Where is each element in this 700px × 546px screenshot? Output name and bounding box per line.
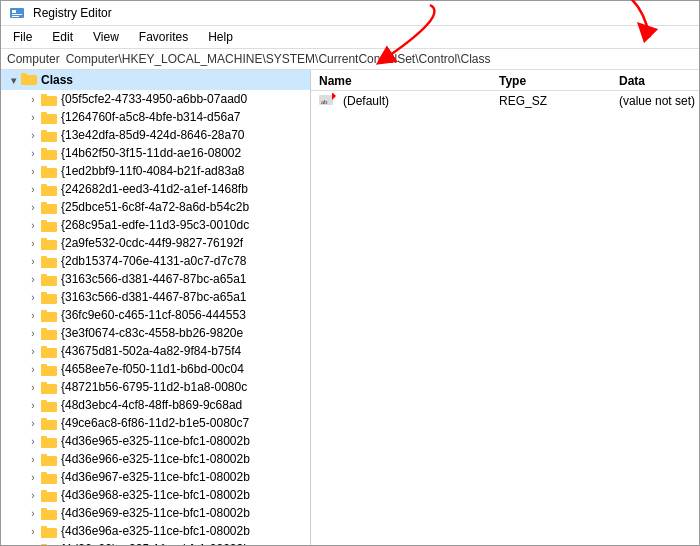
menu-file[interactable]: File [5, 28, 40, 46]
detail-header: Name Type Data [311, 70, 699, 91]
svg-rect-1 [12, 10, 16, 13]
tree-item-label: {4d36e96b-e325-11ce-bfc1-08002b [61, 542, 250, 545]
root-folder-icon [21, 72, 37, 88]
folder-icon [41, 237, 57, 250]
tree-item-label: {3163c566-d381-4467-87bc-a65a1 [61, 272, 247, 286]
tree-item-label: {4658ee7e-f050-11d1-b6bd-00c04 [61, 362, 244, 376]
tree-item-label: {4d36e96a-e325-11ce-bfc1-08002b [61, 524, 250, 538]
tree-item-label: {3e3f0674-c83c-4558-bb26-9820e [61, 326, 243, 340]
svg-rect-41 [41, 400, 47, 404]
folder-icon [41, 309, 57, 322]
expand-icon: › [25, 289, 41, 305]
expand-icon: › [25, 127, 41, 143]
tree-item[interactable]: › {4d36e966-e325-11ce-bfc1-08002b [1, 450, 310, 468]
menu-view[interactable]: View [85, 28, 127, 46]
tree-item[interactable]: › {2a9fe532-0cdc-44f9-9827-76192f [1, 234, 310, 252]
tree-root-class[interactable]: ▾ Class [1, 70, 310, 90]
folder-icon [41, 111, 57, 124]
expand-icon: › [25, 253, 41, 269]
svg-rect-33 [41, 328, 47, 332]
folder-icon [41, 417, 57, 430]
tree-item-label: {242682d1-eed3-41d2-a1ef-1468fb [61, 182, 248, 196]
tree-item[interactable]: › {1264760f-a5c8-4bfe-b314-d56a7 [1, 108, 310, 126]
expand-icon: › [25, 415, 41, 431]
folder-icon [41, 255, 57, 268]
tree-item[interactable]: › {3163c566-d381-4467-87bc-a65a1 [1, 270, 310, 288]
tree-items-list: › {05f5cfe2-4733-4950-a6bb-07aad0 › {126… [1, 90, 310, 545]
tree-item[interactable]: › {4658ee7e-f050-11d1-b6bd-00c04 [1, 360, 310, 378]
title-bar: Registry Editor [1, 1, 699, 26]
expand-icon: › [25, 505, 41, 521]
expand-icon: › [25, 271, 41, 287]
address-bar: Computer Computer\HKEY_LOCAL_MACHINE\SYS… [1, 49, 699, 70]
expand-icon: › [25, 343, 41, 359]
tree-item-label: {2db15374-706e-4131-a0c7-d7c78 [61, 254, 247, 268]
expand-icon: › [25, 523, 41, 539]
tree-item[interactable]: › {13e42dfa-85d9-424d-8646-28a70 [1, 126, 310, 144]
tree-item-label: {48d3ebc4-4cf8-48ff-b869-9c68ad [61, 398, 242, 412]
folder-icon [41, 219, 57, 232]
tree-item[interactable]: › {25dbce51-6c8f-4a72-8a6d-b54c2b [1, 198, 310, 216]
tree-item[interactable]: › {2db15374-706e-4131-a0c7-d7c78 [1, 252, 310, 270]
menu-favorites[interactable]: Favorites [131, 28, 196, 46]
tree-item[interactable]: › {14b62f50-3f15-11dd-ae16-08002 [1, 144, 310, 162]
tree-panel[interactable]: ▾ Class › {05f5cfe2-4733-4950-a6bb-07aad… [1, 70, 311, 545]
svg-rect-51 [41, 490, 47, 494]
svg-rect-47 [41, 454, 47, 458]
tree-item[interactable]: › {4d36e969-e325-11ce-bfc1-08002b [1, 504, 310, 522]
tree-item[interactable]: › {242682d1-eed3-41d2-a1ef-1468fb [1, 180, 310, 198]
tree-item[interactable]: › {3e3f0674-c83c-4558-bb26-9820e [1, 324, 310, 342]
folder-icon [41, 129, 57, 142]
tree-item-label: {13e42dfa-85d9-424d-8646-28a70 [61, 128, 245, 142]
svg-rect-53 [41, 508, 47, 512]
tree-item[interactable]: › {4d36e968-e325-11ce-bfc1-08002b [1, 486, 310, 504]
svg-rect-27 [41, 274, 47, 278]
expand-icon: › [25, 235, 41, 251]
folder-icon [41, 345, 57, 358]
tree-item[interactable]: › {05f5cfe2-4733-4950-a6bb-07aad0 [1, 90, 310, 108]
folder-icon [41, 183, 57, 196]
tree-item-label: {4d36e965-e325-11ce-bfc1-08002b [61, 434, 250, 448]
tree-item-label: {25dbce51-6c8f-4a72-8a6d-b54c2b [61, 200, 249, 214]
expand-icon: › [25, 163, 41, 179]
tree-item[interactable]: › {48d3ebc4-4cf8-48ff-b869-9c68ad [1, 396, 310, 414]
tree-item[interactable]: › {36fc9e60-c465-11cf-8056-444553 [1, 306, 310, 324]
svg-rect-55 [41, 526, 47, 530]
tree-item-label: {3163c566-d381-4467-87bc-a65a1 [61, 290, 247, 304]
folder-icon [41, 363, 57, 376]
tree-item[interactable]: › {4d36e965-e325-11ce-bfc1-08002b [1, 432, 310, 450]
tree-item[interactable]: › {1ed2bbf9-11f0-4084-b21f-ad83a8 [1, 162, 310, 180]
tree-item-label: {1264760f-a5c8-4bfe-b314-d56a7 [61, 110, 240, 124]
content-area: ▾ Class › {05f5cfe2-4733-4950-a6bb-07aad… [1, 70, 699, 545]
expand-icon: › [25, 541, 41, 545]
tree-item-label: {4d36e968-e325-11ce-bfc1-08002b [61, 488, 250, 502]
tree-item[interactable]: › {4d36e967-e325-11ce-bfc1-08002b [1, 468, 310, 486]
address-path[interactable]: Computer\HKEY_LOCAL_MACHINE\SYSTEM\Curre… [66, 52, 491, 66]
tree-item[interactable]: › {3163c566-d381-4467-87bc-a65a1 [1, 288, 310, 306]
tree-item[interactable]: › {4d36e96b-e325-11ce-bfc1-08002b [1, 540, 310, 545]
detail-row-default[interactable]: ab (Default) REG_SZ (value not set) [311, 91, 699, 111]
folder-icon [41, 273, 57, 286]
tree-item[interactable]: › {4d36e96a-e325-11ce-bfc1-08002b [1, 522, 310, 540]
detail-data-cell: (value not set) [619, 94, 699, 108]
default-value-icon: ab [319, 93, 339, 109]
address-label: Computer [7, 52, 60, 66]
title-bar-text: Registry Editor [33, 6, 112, 20]
tree-item[interactable]: › {43675d81-502a-4a82-9f84-b75f4 [1, 342, 310, 360]
expand-icon: › [25, 379, 41, 395]
menu-help[interactable]: Help [200, 28, 241, 46]
svg-rect-43 [41, 418, 47, 422]
tree-item[interactable]: › {268c95a1-edfe-11d3-95c3-0010dc [1, 216, 310, 234]
svg-rect-3 [12, 16, 19, 17]
svg-rect-25 [41, 256, 47, 260]
expand-icon: › [25, 91, 41, 107]
tree-item[interactable]: › {48721b56-6795-11d2-b1a8-0080c [1, 378, 310, 396]
tree-item[interactable]: › {49ce6ac8-6f86-11d2-b1e5-0080c7 [1, 414, 310, 432]
menu-edit[interactable]: Edit [44, 28, 81, 46]
col-data-header: Data [619, 74, 699, 88]
folder-icon [41, 525, 57, 538]
folder-icon [41, 399, 57, 412]
tree-item-label: {43675d81-502a-4a82-9f84-b75f4 [61, 344, 241, 358]
tree-item-label: {49ce6ac8-6f86-11d2-b1e5-0080c7 [61, 416, 249, 430]
expand-icon: › [25, 217, 41, 233]
